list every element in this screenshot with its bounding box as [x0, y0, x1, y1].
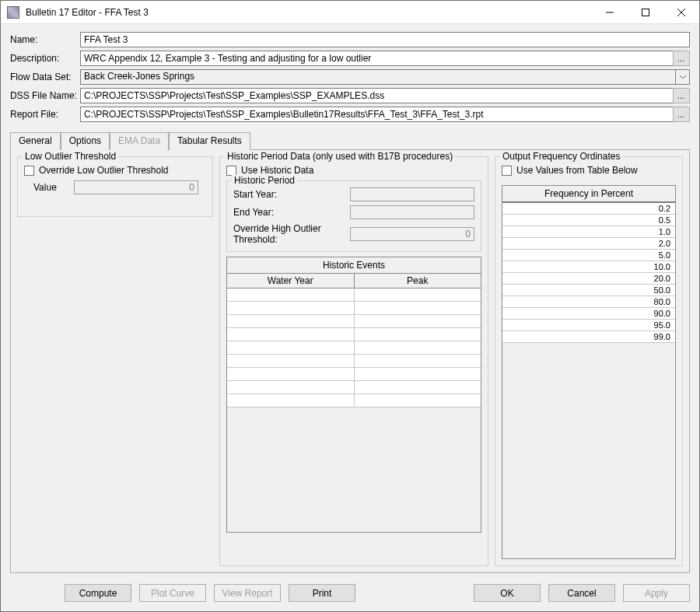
flowdata-combo[interactable]: Back Creek-Jones Springs	[80, 69, 690, 85]
freq-row[interactable]: 99.0	[502, 331, 675, 343]
historic-events-body	[227, 289, 481, 407]
use-values-checkbox[interactable]	[502, 166, 512, 176]
print-button[interactable]: Print	[289, 584, 355, 602]
flowdata-value: Back Creek-Jones Springs	[80, 69, 676, 85]
button-bar: Compute Plot Curve View Report Print OK …	[1, 579, 699, 611]
dssfile-input[interactable]	[80, 88, 673, 103]
description-input[interactable]	[80, 51, 673, 66]
cancel-button[interactable]: Cancel	[548, 584, 615, 602]
freq-row[interactable]: 10.0	[502, 261, 675, 273]
maximize-button[interactable]	[628, 1, 663, 24]
table-row[interactable]	[227, 289, 481, 302]
freq-row[interactable]: 20.0	[502, 273, 675, 285]
freq-row[interactable]: 80.0	[502, 296, 675, 308]
close-icon	[677, 9, 685, 16]
override-low-outlier-checkbox[interactable]	[24, 166, 34, 176]
description-browse-button[interactable]: …	[673, 51, 690, 66]
flowdata-label: Flow Data Set:	[10, 72, 80, 82]
table-filler	[502, 343, 675, 558]
table-row[interactable]	[227, 368, 481, 381]
tab-options[interactable]: Options	[61, 132, 110, 150]
view-report-button: View Report	[214, 584, 281, 602]
dssfile-label: DSS File Name:	[10, 90, 80, 101]
name-label: Name:	[10, 34, 80, 45]
maximize-icon	[642, 9, 649, 16]
table-row[interactable]	[227, 381, 481, 394]
tab-panel-options: Low Outlier Threshold Override Low Outli…	[10, 149, 690, 573]
freq-row[interactable]: 90.0	[502, 308, 675, 320]
use-values-label: Use Values from Table Below	[516, 165, 638, 176]
low-outlier-value-label: Value	[33, 182, 74, 193]
output-freq-group: Output Frequency Ordinates Use Values fr…	[495, 156, 683, 566]
col-peak: Peak	[355, 274, 481, 288]
override-low-outlier-label: Override Low Outlier Threshold	[39, 165, 169, 176]
historic-events-title: Historic Events	[227, 257, 481, 274]
titlebar: Bulletin 17 Editor - FFA Test 3	[1, 1, 699, 24]
table-row[interactable]	[227, 315, 481, 328]
flowdata-dropdown-button[interactable]	[676, 69, 690, 85]
freq-row[interactable]: 0.2	[502, 203, 675, 215]
start-year-label: Start Year:	[233, 189, 350, 200]
freq-row[interactable]: 50.0	[502, 285, 675, 296]
tab-tabular-results[interactable]: Tabular Results	[169, 132, 250, 150]
dssfile-browse-button[interactable]: …	[673, 88, 690, 103]
window: Bulletin 17 Editor - FFA Test 3 Name: De…	[0, 0, 700, 612]
table-filler	[227, 407, 481, 532]
ok-button[interactable]: OK	[474, 584, 541, 602]
historic-group: Historic Period Data (only used with B17…	[219, 156, 488, 566]
svg-rect-1	[642, 9, 649, 16]
low-outlier-group-title: Low Outlier Threshold	[23, 151, 118, 162]
end-year-label: End Year:	[233, 207, 350, 218]
historic-period-title: Historic Period	[232, 175, 297, 186]
freq-row[interactable]: 5.0	[502, 250, 675, 261]
historic-period-group: Historic Period Start Year: End Year: Ov…	[226, 180, 481, 252]
chevron-down-icon	[680, 75, 686, 79]
reportfile-label: Report File:	[10, 109, 80, 120]
window-controls	[592, 1, 699, 24]
header-form: Name: Description: … Flow Data Set: Back…	[1, 24, 699, 130]
name-input[interactable]	[80, 32, 690, 47]
apply-button: Apply	[623, 584, 690, 602]
reportfile-browse-button[interactable]: …	[673, 107, 690, 122]
minimize-icon	[606, 9, 614, 16]
table-row[interactable]	[227, 394, 481, 407]
description-label: Description:	[10, 53, 80, 64]
historic-events-table: Historic Events Water Year Peak	[226, 257, 481, 533]
reportfile-input[interactable]	[80, 107, 673, 122]
window-title: Bulletin 17 Editor - FFA Test 3	[24, 7, 592, 18]
low-outlier-group: Low Outlier Threshold Override Low Outli…	[17, 156, 213, 217]
freq-row[interactable]: 0.5	[502, 215, 675, 226]
compute-button[interactable]: Compute	[65, 584, 131, 602]
table-row[interactable]	[227, 302, 481, 315]
end-year-input	[350, 205, 474, 219]
use-historic-label: Use Historic Data	[241, 165, 313, 176]
tab-ema-data: EMA Data	[110, 132, 169, 150]
minimize-button[interactable]	[592, 1, 628, 24]
override-high-input	[350, 227, 474, 241]
close-button[interactable]	[663, 1, 699, 24]
output-freq-title: Output Frequency Ordinates	[500, 151, 622, 162]
tab-strip: General Options EMA Data Tabular Results	[1, 130, 699, 149]
low-outlier-value-input	[74, 180, 198, 194]
override-high-label: Override High Outlier Threshold:	[233, 223, 350, 245]
app-icon	[7, 6, 19, 19]
table-row[interactable]	[227, 328, 481, 341]
frequency-table: Frequency in Percent 0.2 0.5 1.0 2.0 5.0…	[502, 185, 676, 559]
tab-general[interactable]: General	[10, 132, 61, 150]
frequency-header: Frequency in Percent	[502, 186, 675, 203]
start-year-input	[350, 187, 474, 201]
use-historic-checkbox[interactable]	[226, 166, 236, 176]
table-row[interactable]	[227, 355, 481, 368]
col-water-year: Water Year	[227, 274, 355, 288]
historic-group-title: Historic Period Data (only used with B17…	[225, 151, 455, 162]
freq-row[interactable]: 95.0	[502, 320, 675, 331]
table-row[interactable]	[227, 341, 481, 355]
freq-row[interactable]: 1.0	[502, 226, 675, 238]
plot-curve-button: Plot Curve	[139, 584, 206, 602]
freq-row[interactable]: 2.0	[502, 238, 675, 250]
